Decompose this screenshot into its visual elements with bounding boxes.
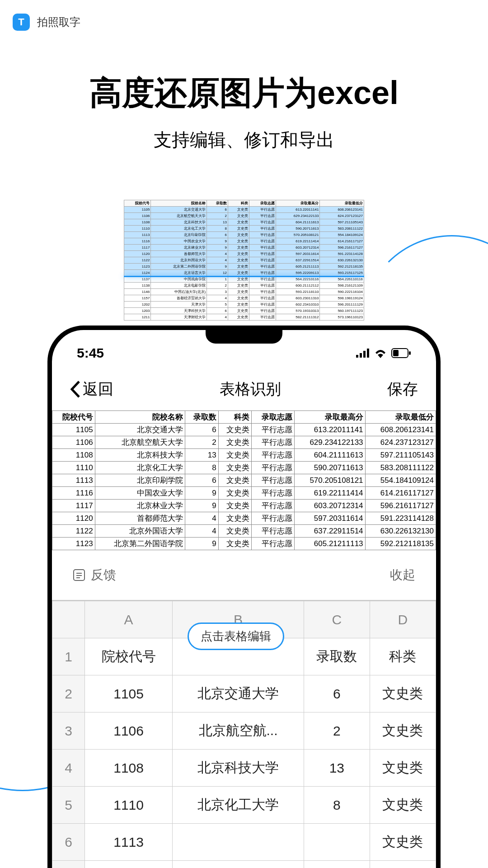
table-row: 1211天津财经大学4文史类平行志愿582.21111312573.196110… [124,314,364,321]
table-row: 1113北京印刷学院6文史类平行志愿570.205108121554.18410… [52,474,436,487]
cell[interactable]: 8 [304,787,370,824]
row-header[interactable]: 3 [52,712,85,750]
app-icon: T [13,14,30,31]
cell[interactable]: 1108 [85,750,173,787]
table-row: 1108北京科技大学13文史类平行志愿604.21111613597.21110… [124,219,364,226]
cell[interactable]: 1113 [85,824,173,861]
row-header[interactable]: 7 [52,861,85,868]
table-row: 1138北京电影学院2文史类平行志愿600.21112112598.216121… [124,283,364,289]
table-row: 1123北京第二外国语学院9文史类平行志愿605.21211113592.212… [124,264,364,270]
scan-line [124,276,364,277]
cell[interactable]: 6 [304,675,370,712]
column-header: 录取最高分 [295,411,365,424]
save-button[interactable]: 保存 [387,379,418,400]
feedback-button[interactable]: 反馈 [73,566,116,584]
svg-rect-1 [360,353,362,358]
cell[interactable]: 录取数 [304,638,370,675]
chevron-left-icon [70,381,81,398]
table-row: 1157首都经济贸易大学4文史类平行志愿603.23011310598.1981… [124,295,364,302]
column-header[interactable]: D [370,601,436,638]
table-row: 1117北京林业大学9文史类平行志愿603.20712314596.216117… [52,500,436,512]
table-row: 1110北京化工大学8文史类平行志愿590.20711613583.208111… [124,226,364,232]
table-row: 1122北京外国语大学4文史类平行志愿637.22911514630.22613… [52,525,436,538]
back-button[interactable]: 返回 [70,379,113,400]
feedback-label: 反馈 [91,566,116,584]
svg-rect-6 [393,350,399,356]
status-icons [356,348,411,358]
table-row: 1120首都师范大学4文史类平行志愿597.20311614591.223114… [52,512,436,525]
result-table: 院校代号院校名称录取数科类录取志愿录取最高分录取最低分1105北京交通大学6文史… [52,410,436,550]
cell[interactable]: 文史类 [370,824,436,861]
cell[interactable] [173,824,304,861]
table-row: 1105北京交通大学6文史类平行志愿613.22011141608.206123… [124,207,364,213]
row-header[interactable]: 6 [52,824,85,861]
cell[interactable]: 1116 [85,861,173,868]
cell[interactable]: 院校代号 [85,638,173,675]
cell[interactable]: 1106 [85,712,173,750]
column-header: 院校名称 [95,411,185,424]
cell[interactable]: 文史类 [370,712,436,750]
column-header: 录取数 [185,411,218,424]
hero: 高度还原图片为excel 支持编辑、修订和导出 [0,71,488,152]
cell[interactable]: 1110 [85,787,173,824]
cell[interactable]: 北京航空航... [173,712,304,750]
feedback-row: 反馈 收起 [52,550,436,600]
table-row: 1116中国农业大学9文史类平行志愿619.22111414614.216117… [124,238,364,245]
table-row: 1120首都师范大学4文史类平行志愿597.20311614591.223114… [124,251,364,257]
hero-subtitle: 支持编辑、修订和导出 [0,127,488,152]
edit-tip-bubble: 点击表格编辑 [188,623,284,650]
column-header: 录取志愿 [252,411,295,424]
column-header: 科类 [218,411,252,424]
app-name: 拍照取字 [37,15,80,29]
spreadsheet[interactable]: ABCD1院校代号录取数科类21105北京交通大学6文史类31106北京航空航.… [52,600,436,868]
table-row: 1117北京林业大学9文史类平行志愿603.20712314596.216117… [124,245,364,251]
table-row: 1106北京航空航天大学2文史类平行志愿629.234122133624.237… [52,436,436,449]
phone-nav: 返回 表格识别 保存 [52,365,436,410]
wifi-icon [374,348,387,358]
cell[interactable]: 北京科技大学 [173,750,304,787]
svg-rect-2 [363,351,366,358]
cell[interactable]: 文史类 [370,675,436,712]
table-row: 1202天津大学5文史类平行志愿602.23410310596.20111112… [124,302,364,308]
column-header[interactable]: A [85,601,173,638]
cell[interactable]: 2 [304,712,370,750]
cell[interactable]: 中国农业大学 [173,861,304,868]
feedback-icon [73,569,85,581]
cell[interactable]: 科类 [370,638,436,675]
cell[interactable]: 北京交通大学 [173,675,304,712]
column-header[interactable]: C [304,601,370,638]
column-header: 院校代号 [52,411,95,424]
svg-rect-5 [409,351,411,355]
cellular-icon [356,349,370,358]
table-row: 1113北京印刷学院6文史类平行志愿570.205108121554.18410… [124,232,364,238]
table-row: 1108北京科技大学13文史类平行志愿604.21111613597.21110… [52,449,436,462]
table-row: 1203天津科技大学6文史类平行志愿570.19310313560.197111… [124,308,364,314]
cell[interactable]: 文史类 [370,787,436,824]
svg-rect-3 [367,349,369,358]
row-header[interactable]: 5 [52,787,85,824]
app-header: T 拍照取字 [0,0,488,44]
cell[interactable]: 文史类 [370,750,436,787]
table-row: 1106北京航空航天大学2文史类平行志愿629.234122133624.237… [124,213,364,219]
cell[interactable]: 13 [304,750,370,787]
cell[interactable]: 1105 [85,675,173,712]
svg-rect-0 [356,355,358,358]
table-row: 1105北京交通大学6文史类平行志愿613.22011141608.206123… [52,424,436,436]
cell[interactable]: 文史类 [370,861,436,868]
table-row: 1110北京化工大学8文史类平行志愿590.20711613583.208111… [52,462,436,474]
table-row: 1146中国石油大学(北京)3文史类平行志愿593.22118110590.22… [124,289,364,295]
row-header[interactable]: 4 [52,750,85,787]
collapse-button[interactable]: 收起 [390,566,415,584]
cell[interactable]: 北京化工大学 [173,787,304,824]
scan-preview: 院校代号院校名称录取数科类录取志愿录取最高分录取最低分1105北京交通大学6文史… [124,200,364,321]
page-title: 表格识别 [220,379,281,400]
battery-icon [391,348,411,358]
status-time: 5:45 [77,345,104,361]
table-row: 1122北京外国语大学4文史类平行志愿637.22911514630.22613… [124,257,364,264]
cell[interactable]: 9 [304,861,370,868]
row-header[interactable]: 2 [52,675,85,712]
cell[interactable] [304,824,370,861]
row-header[interactable]: 1 [52,638,85,675]
back-label: 返回 [83,379,113,400]
table-row: 1124北京语言大学12文史类平行志愿595.22209113593.21511… [124,270,364,276]
